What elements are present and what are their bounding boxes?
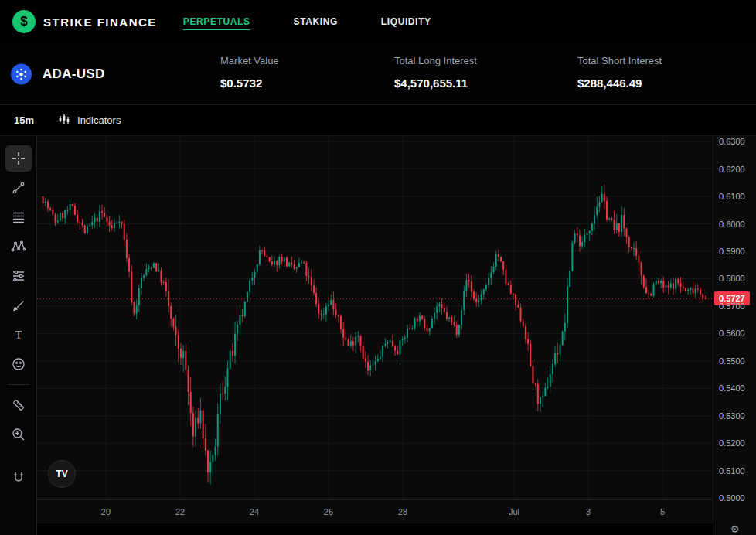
text-tool-icon[interactable]: T [5,322,32,348]
app: $ STRIKE FINANCE PERPETUALS STAKING LIQU… [0,0,756,535]
cardano-icon [11,63,32,84]
stat-total-long-interest: Total Long Interest $4,570,655.11 [394,55,477,90]
xabcd-pattern-tool-icon[interactable] [5,233,32,260]
forecast-tool-icon[interactable] [5,263,32,289]
time-axis-label: 26 [324,500,333,523]
price-axis[interactable]: 0.5727 ⚙ 0.63000.62000.61000.60000.59000… [713,136,756,535]
price-axis-label: 0.5100 [719,466,745,475]
price-axis-label: 0.5000 [719,493,745,503]
brand-title[interactable]: STRIKE FINANCE [43,15,157,29]
price-axis-label: 0.5600 [719,329,745,338]
price-axis-label: 0.5200 [719,438,745,448]
stat-value: $4,570,655.11 [394,77,477,90]
stat-label: Market Value [220,55,279,66]
ruler-tool-icon[interactable] [5,392,32,418]
pair-title: ADA-USD [43,66,104,82]
price-axis-label: 0.5300 [719,411,745,421]
symbol-block: ADA-USD [11,63,104,84]
trend-line-tool-icon[interactable] [5,175,32,201]
fib-retracement-tool-icon[interactable] [5,204,32,230]
timeframe-button[interactable]: 15m [8,111,40,129]
chart-main: TV 2022242628Jul35 [37,136,713,535]
price-axis-label: 0.5800 [719,274,745,283]
indicators-label: Indicators [77,114,121,126]
emoji-tool-icon[interactable] [5,351,32,377]
price-axis-label: 0.5700 [719,302,745,311]
nav-item-staking[interactable]: STAKING [294,16,338,27]
price-axis-label: 0.6300 [719,137,745,146]
chart-toolbar: 15m Indicators [0,105,756,136]
toolbar-divider [8,384,29,385]
time-axis-label: 24 [250,500,259,523]
time-axis-label: 22 [175,500,185,523]
drawing-toolbar: T [0,136,37,535]
price-axis-label: 0.6200 [719,165,745,174]
nav-item-liquidity[interactable]: LIQUIDITY [381,16,431,27]
time-axis[interactable]: 2022242628Jul35 [37,499,713,523]
svg-text:T: T [15,329,22,341]
bottom-strip [37,523,713,535]
stat-total-short-interest: Total Short Interest $288,446.49 [577,55,662,90]
candlestick-chart[interactable] [37,136,713,499]
market-stats-bar: ADA-USD Market Value $0.5732 Total Long … [0,43,756,105]
brush-tool-icon[interactable] [5,292,32,319]
price-axis-label: 0.5900 [719,247,745,256]
stat-market-value: Market Value $0.5732 [220,55,279,90]
magnet-tool-icon[interactable] [5,465,32,491]
price-axis-label: 0.5500 [719,356,745,366]
tradingview-logo[interactable]: TV [48,460,76,488]
stat-value: $288,446.49 [577,77,662,90]
time-axis-label: 5 [660,500,665,523]
time-axis-label: 3 [586,500,591,523]
time-axis-label: 20 [101,500,111,523]
top-nav: $ STRIKE FINANCE PERPETUALS STAKING LIQU… [0,0,756,43]
indicators-icon [57,113,71,128]
price-axis-label: 0.6100 [719,192,745,201]
indicators-button[interactable]: Indicators [57,113,121,128]
stat-label: Total Long Interest [394,55,477,66]
crosshair-tool-icon[interactable] [5,145,32,172]
price-axis-label: 0.6000 [719,220,745,229]
strike-finance-logo-icon[interactable]: $ [12,10,36,33]
stat-value: $0.5732 [220,77,279,90]
nav-item-perpetuals[interactable]: PERPETUALS [183,16,250,27]
main-nav: PERPETUALS STAKING LIQUIDITY [183,16,475,27]
price-axis-label: 0.5400 [719,383,745,393]
time-axis-label: Jul [509,500,519,523]
time-axis-label: 28 [398,500,407,523]
stat-label: Total Short Interest [577,55,662,66]
zoom-in-tool-icon[interactable] [5,421,32,448]
chart-region: T [0,136,756,535]
axis-settings-icon[interactable]: ⚙ [730,523,740,535]
